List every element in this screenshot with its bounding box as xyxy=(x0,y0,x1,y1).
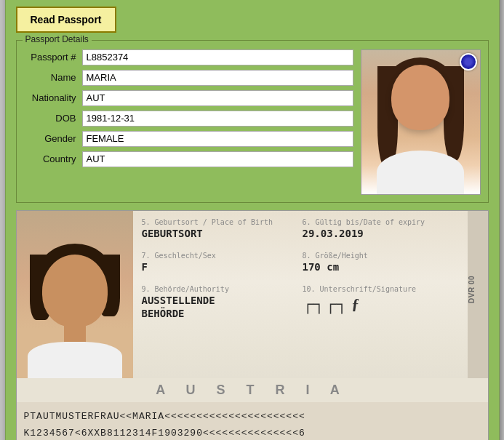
scan-face xyxy=(17,211,133,378)
scan-gender: 7. Geschlecht/Sex F xyxy=(142,252,298,273)
details-and-photo: Passport # Name Nationality DOB xyxy=(24,49,481,195)
name-input[interactable] xyxy=(82,70,353,86)
face-photo xyxy=(361,50,480,194)
scan-expiry-value: 29.03.2019 xyxy=(303,227,459,240)
country-row: Country xyxy=(24,151,353,167)
scan-height: 8. Größe/Height 170 cm xyxy=(303,252,459,273)
mrz-section: PTAUTMUSTERFRAU<<MARIA<<<<<<<<<<<<<<<<<<… xyxy=(17,402,488,440)
nationality-label: Nationality xyxy=(24,92,82,103)
scan-data-col: 5. Geburtsort / Place of Birth GEBURTSOR… xyxy=(133,211,468,378)
passport-scan-area: 5. Geburtsort / Place of Birth GEBURTSOR… xyxy=(16,210,489,440)
name-label: Name xyxy=(24,72,82,83)
austria-strip: A U S T R I A xyxy=(17,378,488,402)
form-fields: Passport # Name Nationality DOB xyxy=(24,49,353,195)
face-circle xyxy=(391,65,449,130)
country-input[interactable] xyxy=(82,151,353,167)
camera-icon[interactable] xyxy=(460,53,477,71)
scan-height-label: 8. Größe/Height xyxy=(303,252,459,260)
dob-label: DOB xyxy=(24,113,82,124)
scan-photo-col xyxy=(17,211,133,378)
scan-expiry-label: 6. Gültig bis/Date of expiry xyxy=(303,218,459,227)
mrz-line-1: PTAUTMUSTERFRAU<<MARIA<<<<<<<<<<<<<<<<<<… xyxy=(24,408,481,425)
nationality-input[interactable] xyxy=(82,90,353,106)
main-content: Read Passport Passport Details Passport … xyxy=(6,0,499,440)
passport-num-row: Passport # xyxy=(24,49,353,65)
scan-authority-label: 9. Behörde/Authority xyxy=(142,285,298,294)
passport-num-input[interactable] xyxy=(82,49,353,65)
scan-expiry: 6. Gültig bis/Date of expiry 29.03.2019 xyxy=(303,218,459,240)
scan-shirt xyxy=(28,342,122,378)
scan-fields-grid: 5. Geburtsort / Place of Birth GEBURTSOR… xyxy=(142,218,459,328)
scan-signature: 10. Unterschrift/Signature ┌┐┌┐ ƒ xyxy=(303,285,459,320)
scan-face-circle xyxy=(42,255,108,327)
gender-input[interactable] xyxy=(82,131,353,147)
gender-row: Gender xyxy=(24,131,353,147)
passport-num-label: Passport # xyxy=(24,52,82,63)
nationality-row: Nationality xyxy=(24,90,353,106)
scan-birthplace-label: 5. Geburtsort / Place of Birth xyxy=(142,218,298,227)
scan-birthplace-value: GEBURTSORT xyxy=(142,227,298,240)
mrz-line-2: K1234567<6XXB8112314F1903290<<<<<<<<<<<<… xyxy=(24,425,481,440)
scan-gender-value: F xyxy=(142,260,298,273)
gender-label: Gender xyxy=(24,133,82,144)
dob-row: DOB xyxy=(24,111,353,127)
scan-gender-label: 7. Geschlecht/Sex xyxy=(142,252,298,260)
scan-inner: 5. Geburtsort / Place of Birth GEBURTSOR… xyxy=(17,211,488,378)
group-legend: Passport Details xyxy=(23,34,92,44)
read-passport-button[interactable]: Read Passport xyxy=(16,7,116,33)
scan-signature-label: 10. Unterschrift/Signature xyxy=(303,285,459,294)
country-label: Country xyxy=(24,153,82,164)
scan-birthplace: 5. Geburtsort / Place of Birth GEBURTSOR… xyxy=(142,218,298,240)
body-area xyxy=(377,151,464,194)
scan-side-bar: DVR 00 xyxy=(468,211,488,378)
scan-authority: 9. Behörde/Authority AUSSTELLENDEBEHÖRDE xyxy=(142,285,298,320)
main-window: PASSPORT SCANNING × Read Passport Passpo… xyxy=(5,0,500,440)
scan-height-value: 170 cm xyxy=(303,260,459,273)
scan-signature-value: ┌┐┌┐ ƒ xyxy=(303,294,459,315)
passport-details-group: Passport Details Passport # Name Nationa… xyxy=(16,40,489,203)
scan-authority-value: AUSSTELLENDEBEHÖRDE xyxy=(142,294,298,320)
dob-input[interactable] xyxy=(82,111,353,127)
name-row: Name xyxy=(24,70,353,86)
photo-area xyxy=(361,49,481,195)
